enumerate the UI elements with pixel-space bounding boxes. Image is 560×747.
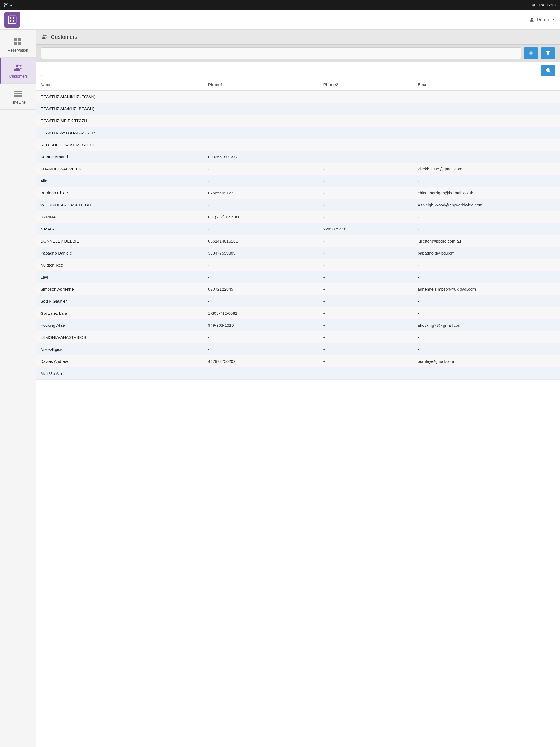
cell-phone2: - [319, 199, 413, 211]
cell-phone1: - [204, 115, 319, 127]
table-row[interactable]: Nuigten Rex - - - [36, 259, 560, 271]
cell-phone1: - [204, 199, 319, 211]
table-row[interactable]: ΠΕΛΑΤΗΣ ΛΙΑ/ΚΗΣ (BEACH) - - - [36, 103, 560, 115]
table-row[interactable]: Gonzalez Lara 1-305-712-0081 - - [36, 307, 560, 319]
cell-phone1: 949-903-1616 [204, 319, 319, 331]
table-row[interactable]: Soizik Gaultier - - - [36, 295, 560, 307]
table-row[interactable]: Allen - - - [36, 175, 560, 187]
status-bar-right: ⊛ 26% 12:18 [532, 3, 556, 7]
filter-button[interactable] [541, 47, 555, 59]
cell-phone1: - [204, 331, 319, 343]
table-row[interactable]: RED BULL ΕΛΛΑΣ ΜΟΝ.ΕΠΕ - - - [36, 139, 560, 151]
cell-phone2: - [319, 343, 413, 356]
cell-phone2: - [319, 283, 413, 295]
cell-phone2: - [319, 271, 413, 283]
toolbar-input[interactable] [41, 47, 521, 59]
table-row[interactable]: LEMONIA-ANASTASIOS - - - [36, 331, 560, 343]
sidebar-item-timeline-label: TimeLine [10, 100, 26, 104]
cell-phone2: - [319, 163, 413, 175]
cell-name: Barrigan Chloe [36, 187, 204, 199]
table-header: Name Phone1 Phone2 Email [36, 79, 560, 91]
cell-email: vivekk.2005@gmail.com [413, 163, 560, 175]
svg-point-10 [16, 65, 18, 67]
logo-icon [7, 15, 17, 25]
table-row[interactable]: ΠΕΛΑΤΗΣ ΛΙΑΝΙΚΗΣ (TOWN) - - - [36, 91, 560, 103]
cell-phone1: - [204, 139, 319, 151]
cell-name: Papagno Daniele [36, 247, 204, 259]
cell-name: SYRINA [36, 211, 204, 223]
col-header-phone1: Phone1 [204, 79, 319, 91]
table-row[interactable]: ΠΕΛΑΤΗΣ ΜΕ ΕΚΠΤΩΣΗ - - - [36, 115, 560, 127]
filter-icon [545, 50, 551, 56]
cell-name: Allen [36, 175, 204, 187]
svg-marker-19 [546, 51, 551, 55]
table-row[interactable]: NASAR - 2289079440 - [36, 223, 560, 235]
cell-phone2: - [319, 211, 413, 223]
cell-email: - [413, 115, 560, 127]
search-button[interactable] [541, 65, 555, 76]
cell-phone2: - [319, 151, 413, 163]
cell-phone2: - [319, 175, 413, 187]
chevron-down-icon[interactable] [551, 18, 556, 22]
table-row[interactable]: WOOD-HEARD ASHLEIGH - - Ashleigh.Wood@hr… [36, 199, 560, 211]
cell-phone1: 393477559309 [204, 247, 319, 259]
cell-name: Hocking Alisa [36, 319, 204, 331]
sidebar: Reservation Customers TimeLine [0, 29, 36, 747]
battery-level: 26% [537, 3, 544, 7]
cell-name: ΠΕΛΑΤΗΣ ΑΥΤΟΠΑΡΑΔΟΣΗΣ [36, 127, 204, 139]
cell-email: - [413, 91, 560, 103]
cell-phone1: - [204, 91, 319, 103]
cell-phone2: - [319, 307, 413, 319]
cell-phone2: 2289079440 [319, 223, 413, 235]
toolbar [36, 45, 560, 62]
cell-email: - [413, 223, 560, 235]
cell-email: ahocking73@gmail.com [413, 319, 560, 331]
add-button[interactable] [524, 47, 538, 59]
content-area: Customers [36, 29, 560, 747]
cell-email: - [413, 271, 560, 283]
svg-rect-7 [18, 38, 21, 41]
table-row[interactable]: Μπελλα Λια - - - [36, 367, 560, 380]
cell-name: NASAR [36, 223, 204, 235]
cell-phone1: 0033661801377 [204, 151, 319, 163]
table-row[interactable]: Hocking Alisa 949-903-1616 - ahocking73@… [36, 319, 560, 331]
status-bar-left:  ● [4, 3, 12, 7]
cell-name: Simpson Adrienne [36, 283, 204, 295]
cell-email: - [413, 367, 560, 380]
sidebar-item-reservation[interactable]: Reservation [0, 32, 36, 58]
app-icon-f:  [4, 3, 8, 7]
table-row[interactable]: Barrigan Chloe 07565409727 - chloe_barri… [36, 187, 560, 199]
table-row[interactable]: Simpson Adrienne 02072122845 - adrienne.… [36, 283, 560, 295]
table-row[interactable]: SYRINA 001(212)9654000 - - [36, 211, 560, 223]
table-row[interactable]: Lavi - - - [36, 271, 560, 283]
cell-email: julietteh@ppdre.com.au [413, 235, 560, 247]
cell-name: ΠΕΛΑΤΗΣ ΜΕ ΕΚΠΤΩΣΗ [36, 115, 204, 127]
table-row[interactable]: DONNELEY DEBBIE 0061414616161 - juliette… [36, 235, 560, 247]
cell-name: KHANDELWAL VIVEK [36, 163, 204, 175]
table-row[interactable]: Papagno Daniele 393477559309 - papagno.d… [36, 247, 560, 259]
table-row[interactable]: Nikos-Egidio - - - [36, 343, 560, 356]
cell-email: burnley@gmail.com [413, 356, 560, 367]
svg-point-11 [19, 65, 21, 67]
cell-name: Gonzalez Lara [36, 307, 204, 319]
sidebar-item-timeline[interactable]: TimeLine [0, 84, 36, 110]
svg-rect-2 [13, 17, 15, 19]
table-row[interactable]: Davies Andrew 447973750202 - burnley@gma… [36, 356, 560, 367]
cell-email: - [413, 343, 560, 356]
table-row[interactable]: Kerane Arnaud 0033661801377 - - [36, 151, 560, 163]
app-logo[interactable] [4, 12, 20, 28]
cell-email: - [413, 139, 560, 151]
cell-phone2: - [319, 367, 413, 380]
table-row[interactable]: KHANDELWAL VIVEK - - vivekk.2005@gmail.c… [36, 163, 560, 175]
search-input[interactable] [41, 65, 538, 76]
cell-email: - [413, 127, 560, 139]
cell-phone2: - [319, 247, 413, 259]
cell-phone1: - [204, 103, 319, 115]
table-row[interactable]: ΠΕΛΑΤΗΣ ΑΥΤΟΠΑΡΑΔΟΣΗΣ - - - [36, 127, 560, 139]
sidebar-item-customers[interactable]: Customers [0, 58, 36, 84]
cell-phone2: - [319, 115, 413, 127]
customers-page-icon [41, 33, 48, 41]
sidebar-item-customers-label: Customers [9, 74, 28, 78]
cell-phone1: 0061414616161 [204, 235, 319, 247]
cell-email: Ashleigh.Wood@hrgworldwide.com [413, 199, 560, 211]
